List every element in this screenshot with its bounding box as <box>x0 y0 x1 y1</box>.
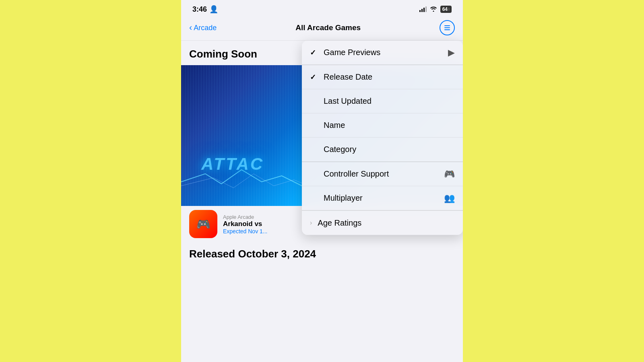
dropdown-label-age-ratings: Age Ratings <box>318 218 361 228</box>
nav-bar: ‹ Arcade All Arcade Games <box>181 17 463 41</box>
multiplayer-icon: 👥 <box>444 193 455 204</box>
signal-icon <box>419 6 427 12</box>
back-label: Arcade <box>194 24 217 32</box>
status-icons: 64 <box>419 6 452 13</box>
page-title: All Arcade Games <box>295 23 361 32</box>
chevron-left-icon: ‹ <box>189 23 192 33</box>
dropdown-item-multiplayer[interactable]: Multiplayer 👥 <box>302 186 463 210</box>
dropdown-item-category[interactable]: Category <box>302 138 463 162</box>
dropdown-item-last-updated[interactable]: Last Updated <box>302 89 463 113</box>
main-content: Coming Soon 🐦 🎮 <box>181 41 463 260</box>
dropdown-item-controller-support[interactable]: Controller Support 🎮 <box>302 162 463 186</box>
dropdown-label-category: Category <box>324 145 356 154</box>
sort-filter-button[interactable] <box>440 20 455 35</box>
menu-icon <box>444 25 450 30</box>
released-label: Released October 3, 2024 <box>181 242 463 260</box>
dropdown-label-name: Name <box>324 121 345 130</box>
dropdown-label-game-previews: Game Previews <box>324 48 380 57</box>
dropdown-label-last-updated: Last Updated <box>324 97 372 106</box>
wifi-icon <box>430 6 437 13</box>
dropdown-item-release-date[interactable]: ✓ Release Date <box>302 65 463 89</box>
dropdown-item-age-ratings[interactable]: › Age Ratings <box>302 211 463 235</box>
play-icon: ▶ <box>448 47 455 58</box>
dropdown-label-multiplayer: Multiplayer <box>324 193 363 203</box>
battery-tip <box>448 8 450 11</box>
battery-level: 64 <box>442 6 448 12</box>
status-bar: 3:46 👤 64 <box>181 0 463 17</box>
check-icon-release-date: ✓ <box>310 73 318 82</box>
game-icon-arkanoid: 🎮 <box>189 210 217 238</box>
check-icon-game-previews: ✓ <box>310 48 318 57</box>
dropdown-label-controller-support: Controller Support <box>324 169 389 179</box>
chevron-right-icon: › <box>310 219 312 226</box>
controller-icon: 🎮 <box>444 169 455 179</box>
dropdown-item-game-previews[interactable]: ✓ Game Previews ▶ <box>302 41 463 65</box>
time-display: 3:46 <box>192 5 207 14</box>
dropdown-item-name[interactable]: Name <box>302 113 463 138</box>
status-time: 3:46 👤 <box>192 5 218 14</box>
back-button[interactable]: ‹ Arcade <box>189 23 217 33</box>
sort-dropdown: ✓ Game Previews ▶ ✓ Release Date Last Up… <box>302 41 463 235</box>
battery-indicator: 64 <box>440 6 452 13</box>
dropdown-label-release-date: Release Date <box>324 72 372 82</box>
person-icon: 👤 <box>209 5 218 14</box>
